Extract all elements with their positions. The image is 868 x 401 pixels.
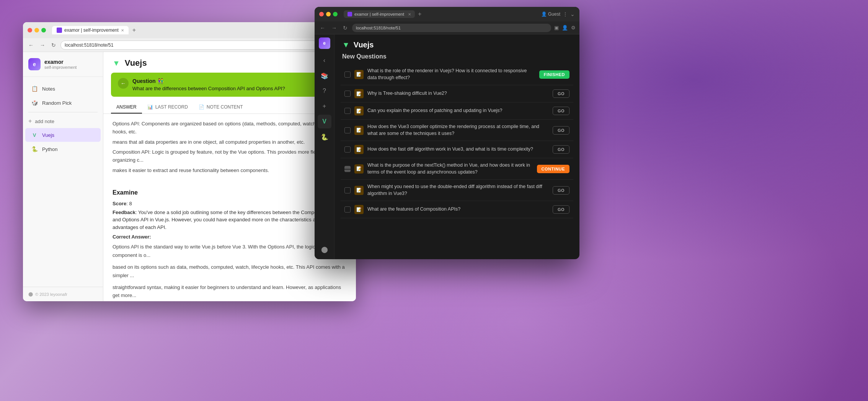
q-checkbox-0[interactable] <box>344 71 351 78</box>
continue-button-5[interactable]: CONTINUE <box>537 165 569 173</box>
go-button-3[interactable]: GO <box>553 126 569 135</box>
right-active-tab[interactable]: examor | self-improvement ✕ <box>344 10 415 18</box>
q-checkbox-3[interactable] <box>344 127 351 133</box>
answer-line-1: Options API: Components are organized ba… <box>113 120 347 136</box>
right-sidebar-icon-help[interactable]: ? <box>318 84 331 98</box>
q-note-icon-5: 📝 <box>354 164 364 174</box>
q-note-icon-6: 📝 <box>354 186 364 195</box>
url-input[interactable] <box>60 41 318 50</box>
sidebar-item-python[interactable]: 🐍 Python <box>25 142 101 156</box>
q-text-6: When might you need to use the double-en… <box>367 183 549 197</box>
q-checkbox-2[interactable] <box>344 108 351 114</box>
python-label: Python <box>42 146 57 152</box>
right-toolbar: ← → ↻ ▣ 👤 ⚙ <box>315 21 579 34</box>
right-browser-window: examor | self-improvement ✕ + 👤 Guest ⋮ … <box>315 7 579 259</box>
new-questions-title: New Questions <box>334 49 579 64</box>
right-sidebar-icon-vuejs[interactable]: V <box>318 115 331 128</box>
question-row[interactable]: — 📝 What is the purpose of the nextTick(… <box>341 158 573 180</box>
minimize-button[interactable] <box>34 28 39 32</box>
app-info: examor self-improvement <box>44 59 77 70</box>
app-subtitle: self-improvement <box>44 65 77 70</box>
q-note-icon-0: 📝 <box>354 70 364 79</box>
right-body: e ‹ 📚 ? + V 🐍 ⬤ ▼ Vuejs New Questions 📝 … <box>315 34 579 259</box>
traffic-lights <box>28 28 46 32</box>
go-button-1[interactable]: GO <box>553 89 569 98</box>
add-note-button[interactable]: + add note <box>23 115 103 128</box>
right-main-header: ▼ Vuejs <box>334 34 579 49</box>
go-button-7[interactable]: GO <box>553 205 569 214</box>
right-sidebar-icon-chevron[interactable]: ‹ <box>318 54 331 67</box>
right-settings-icon[interactable]: ⚙ <box>571 25 576 31</box>
question-row[interactable]: 📝 Can you explain the process of patchin… <box>341 102 573 120</box>
right-sidebar-icon-books[interactable]: 📚 <box>318 69 331 83</box>
maximize-button[interactable] <box>41 28 46 32</box>
right-sidebar-icon-python[interactable]: 🐍 <box>318 130 331 144</box>
sidebar-item-random-pick[interactable]: 🎲 Random Pick <box>25 96 101 110</box>
right-back-button[interactable]: ← <box>318 24 327 32</box>
go-button-2[interactable]: GO <box>553 107 569 115</box>
question-row[interactable]: 📝 How does the fast diff algorithm work … <box>341 141 573 158</box>
right-maximize-button[interactable] <box>333 12 338 16</box>
reload-button[interactable]: ↻ <box>50 41 57 49</box>
tab-close-icon[interactable]: ✕ <box>121 28 124 32</box>
ca-line-2: based on its options such as data, metho… <box>113 263 347 279</box>
app-logo: e <box>28 58 41 70</box>
correct-answer-label: Correct Answer: <box>113 234 347 240</box>
last-record-label: LAST RECORD <box>155 104 188 110</box>
right-new-tab-button[interactable]: + <box>418 11 421 18</box>
question-row[interactable]: 📝 What are the features of Composition A… <box>341 201 573 218</box>
answer-line-3: Composition API: Logic is grouped by fea… <box>113 148 347 164</box>
answer-line-2: means that all data properties are in on… <box>113 138 347 146</box>
right-header-title: Vuejs <box>354 41 374 49</box>
right-close-button[interactable] <box>319 12 324 16</box>
right-minimize-button[interactable] <box>326 12 331 16</box>
feedback-line: Feedback: You've done a solid job outlin… <box>113 209 347 231</box>
go-button-4[interactable]: GO <box>553 145 569 154</box>
q-checkbox-5[interactable]: — <box>344 166 351 172</box>
examine-title: Examine <box>113 189 347 196</box>
back-button[interactable]: ← <box>27 41 35 49</box>
right-url-input[interactable] <box>352 24 551 32</box>
right-icon-sidebar: e ‹ 📚 ? + V 🐍 ⬤ <box>315 34 334 259</box>
right-sidebar-icon-github[interactable]: ⬤ <box>318 242 331 256</box>
q-checkbox-7[interactable] <box>344 206 351 213</box>
add-note-label: add note <box>35 119 54 124</box>
questions-list: 📝 What is the role of the renderer in Vu… <box>334 64 579 259</box>
new-tab-button[interactable]: + <box>130 26 138 34</box>
right-sidebar-icon-add[interactable]: + <box>318 99 331 113</box>
question-row[interactable]: 📝 What is the role of the renderer in Vu… <box>341 64 573 85</box>
sidebar-item-vuejs[interactable]: V Vuejs <box>25 128 101 142</box>
random-pick-label: Random Pick <box>42 100 72 106</box>
tab-answer[interactable]: ANSWER <box>111 101 142 114</box>
q-text-3: How does the Vue3 compiler optimize the … <box>367 123 549 137</box>
right-forward-button[interactable]: → <box>330 24 338 32</box>
app-name: examor <box>44 59 77 65</box>
right-tab-close[interactable]: ✕ <box>408 12 411 16</box>
q-checkbox-6[interactable] <box>344 187 351 193</box>
right-chevron-icon[interactable]: ⌄ <box>570 11 575 17</box>
go-button-6[interactable]: GO <box>553 186 569 195</box>
question-row[interactable]: 📝 Why is Tree-shaking difficult in Vue2?… <box>341 85 573 102</box>
sidebar-nav: 📋 Notes 🎲 Random Pick + add note V Vuejs <box>23 77 103 287</box>
question-row[interactable]: 📝 How does the Vue3 compiler optimize th… <box>341 120 573 141</box>
active-tab[interactable]: examor | self-improvement ✕ <box>52 26 129 34</box>
question-row[interactable]: 📝 When might you need to use the double-… <box>341 180 573 201</box>
forward-button[interactable]: → <box>38 41 47 49</box>
sidebar-footer: ⬤ © 2023 leyoonafr <box>23 287 103 301</box>
q-text-1: Why is Tree-shaking difficult in Vue2? <box>367 90 549 97</box>
right-reload-button[interactable]: ↻ <box>341 24 349 32</box>
right-more-icon[interactable]: ⋮ <box>563 11 568 17</box>
question-label: Question 👫 <box>132 78 285 84</box>
back-to-question-button[interactable]: ← <box>118 78 129 89</box>
q-checkbox-1[interactable] <box>344 91 351 97</box>
right-sidebar-toggle-icon[interactable]: ▣ <box>554 25 559 31</box>
right-tab-favicon <box>348 12 352 16</box>
close-button[interactable] <box>28 28 32 32</box>
tab-favicon <box>57 28 62 33</box>
finished-button-0[interactable]: FINISHED <box>539 70 569 79</box>
tab-note-content[interactable]: 📄 NOTE CONTENT <box>193 101 248 114</box>
tab-last-record[interactable]: 📊 LAST RECORD <box>142 101 193 114</box>
sidebar-item-notes[interactable]: 📋 Notes <box>25 82 101 96</box>
q-note-icon-1: 📝 <box>354 89 364 98</box>
q-checkbox-4[interactable] <box>344 146 351 153</box>
